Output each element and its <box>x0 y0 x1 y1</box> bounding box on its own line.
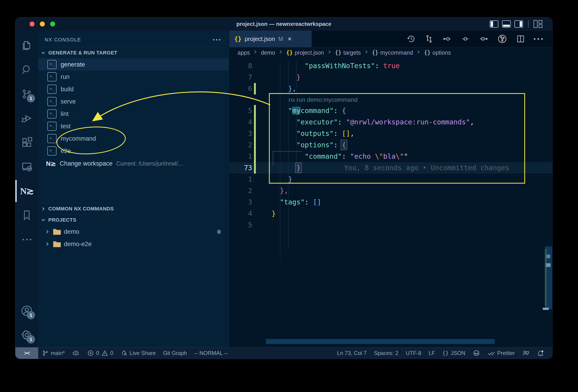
chevron-right-icon <box>327 49 332 55</box>
git-branch-status[interactable]: main* <box>38 350 68 356</box>
code-line[interactable]: 8 "passWithNoTests": true <box>229 60 552 72</box>
eol-status[interactable]: LF <box>425 350 439 356</box>
chevron-right-icon <box>364 49 369 55</box>
target-item-mycommand[interactable]: >_mycommand <box>38 132 229 145</box>
compare-changes-icon[interactable] <box>425 34 434 44</box>
toggle-secondary-sidebar-icon[interactable] <box>514 20 523 28</box>
sidebar-more-actions-icon[interactable] <box>211 37 223 43</box>
target-item-run[interactable]: >_run <box>38 71 229 83</box>
target-item-test[interactable]: >_test <box>38 120 229 132</box>
target-item-serve[interactable]: >_serve <box>38 95 229 108</box>
search-icon <box>21 64 33 76</box>
toggle-panel-icon[interactable] <box>502 20 511 28</box>
section-generate-run-target[interactable]: GENERATE & RUN TARGET <box>38 47 229 58</box>
sidebar-item-search[interactable] <box>15 58 38 82</box>
gutter-spacer <box>254 185 256 196</box>
git-graph-button[interactable]: Git Graph <box>159 350 191 356</box>
code-line[interactable]: 2 }, <box>229 185 552 196</box>
more-actions-icon[interactable] <box>534 38 543 40</box>
code-line[interactable]: 2 "options": { <box>229 139 552 151</box>
project-item-demo[interactable]: demo <box>38 225 229 238</box>
breadcrumb-item-targets[interactable]: {}targets <box>335 49 361 56</box>
code-line[interactable]: 6 }, <box>229 83 552 94</box>
code-line[interactable]: 3 "outputs": [], <box>229 128 552 139</box>
formatter-status[interactable]: Prettier <box>484 349 519 357</box>
target-item-e2e[interactable]: >_e2e <box>38 145 229 157</box>
section-common-nx-commands[interactable]: COMMON NX COMMANDS <box>38 203 229 214</box>
code-line[interactable]: 7 } <box>229 72 552 83</box>
section-projects[interactable]: PROJECTS <box>38 214 229 225</box>
target-item-build[interactable]: >_build <box>38 83 229 95</box>
split-editor-icon[interactable] <box>516 34 525 44</box>
accounts-button[interactable]: 1 <box>15 299 38 323</box>
remote-indicator[interactable]: >< <box>15 348 38 359</box>
code-token: : <box>334 141 342 149</box>
gutter-spacer <box>254 72 256 83</box>
terminal-icon: >_ <box>47 134 56 143</box>
code-token: : <box>375 62 383 70</box>
vim-mode-indicator[interactable]: -- NORMAL -- <box>191 350 232 356</box>
chevron-down-icon <box>41 217 46 223</box>
git-graph-icon[interactable] <box>497 34 507 44</box>
change-workspace-label: Change workspace <box>60 160 113 167</box>
close-tab-icon[interactable]: × <box>288 35 292 43</box>
codelens-label[interactable]: nx run demo:mycommand <box>289 94 358 105</box>
breadcrumb-item-apps[interactable]: apps <box>238 49 250 56</box>
sidebar-item-explorer[interactable] <box>15 33 38 58</box>
code-line[interactable]: 4 "executor": "@nrwl/workspace:run-comma… <box>229 116 552 128</box>
code-line[interactable]: 5 <box>229 219 552 231</box>
settings-button[interactable]: 1 <box>15 323 38 347</box>
problems-status[interactable]: 0 0 <box>84 350 117 356</box>
horizontal-scrollbar[interactable] <box>266 339 495 344</box>
line-number: 2 <box>229 185 252 196</box>
copilot-status[interactable] <box>469 349 484 357</box>
notifications-button[interactable] <box>533 349 548 357</box>
target-item-label: e2e <box>61 147 71 155</box>
current-change-icon[interactable] <box>461 34 470 44</box>
sidebar-item-remote-explorer[interactable] <box>15 155 38 179</box>
live-share-button[interactable]: Live Share <box>117 350 159 356</box>
sync-changes-button[interactable] <box>68 349 84 357</box>
breadcrumb-item-options[interactable]: {}options <box>424 49 451 56</box>
code-token: "command" <box>272 152 342 160</box>
sidebar-item-extensions[interactable] <box>15 130 38 155</box>
sidebar-item-run-debug[interactable] <box>15 106 38 130</box>
modified-gutter-bar <box>254 128 256 139</box>
next-change-icon[interactable] <box>479 34 488 44</box>
double-check-icon <box>487 349 495 357</box>
cursor-position-status[interactable]: Ln 73, Col 7 <box>333 350 370 356</box>
project-item-demo-e2e[interactable]: demo-e2e <box>38 238 229 250</box>
customize-layout-icon[interactable] <box>534 20 542 28</box>
change-workspace-row[interactable]: N≳ Change workspace Current: /Users/juri… <box>38 157 229 170</box>
target-item-generate[interactable]: >_generate <box>38 58 229 71</box>
sidebar-item-more-views[interactable] <box>15 227 38 252</box>
language-mode-status[interactable]: {} JSON <box>439 350 469 356</box>
line-number: 6 <box>229 83 252 94</box>
code-line[interactable]: 73 }You, 8 seconds ago • Uncommitted cha… <box>229 162 552 174</box>
code-line[interactable]: 5 "mycommand": { <box>229 105 552 116</box>
sidebar-item-source-control[interactable]: 1 <box>15 82 38 106</box>
breadcrumb-label: demo <box>261 49 275 56</box>
tab-project-json[interactable]: {} project.json M × <box>229 31 312 47</box>
indentation-status[interactable]: Spaces: 2 <box>370 350 402 356</box>
code-line[interactable]: 4} <box>229 208 552 219</box>
code-area[interactable]: 8 "passWithNoTests": true7 }6 },nx run d… <box>229 58 552 347</box>
breadcrumb-item-demo[interactable]: demo <box>261 49 275 56</box>
code-line[interactable]: 1 "command": "echo \"bla\"" <box>229 151 552 162</box>
code-line[interactable]: 3 "tags": [] <box>229 196 552 208</box>
feedback-button[interactable] <box>519 349 533 357</box>
titlebar: project.json — newnxreactwrkspace <box>15 17 552 31</box>
previous-change-icon[interactable] <box>442 34 452 44</box>
breadcrumb-item-mycommand[interactable]: {}mycommand <box>372 49 413 56</box>
chevron-right-icon <box>416 49 421 55</box>
toggle-primary-sidebar-icon[interactable] <box>490 20 498 28</box>
sidebar-item-bookmarks[interactable] <box>15 203 38 227</box>
code-text: } <box>272 72 300 83</box>
code-line[interactable]: 1 } <box>229 174 552 185</box>
code-token: { <box>342 141 346 149</box>
target-item-lint[interactable]: >_lint <box>38 108 229 120</box>
timeline-history-icon[interactable] <box>407 34 416 44</box>
encoding-status[interactable]: UTF-8 <box>402 350 425 356</box>
breadcrumb-item-project.json[interactable]: {}project.json <box>286 49 324 56</box>
sidebar-item-nx-console[interactable]: N≳ <box>15 179 38 203</box>
